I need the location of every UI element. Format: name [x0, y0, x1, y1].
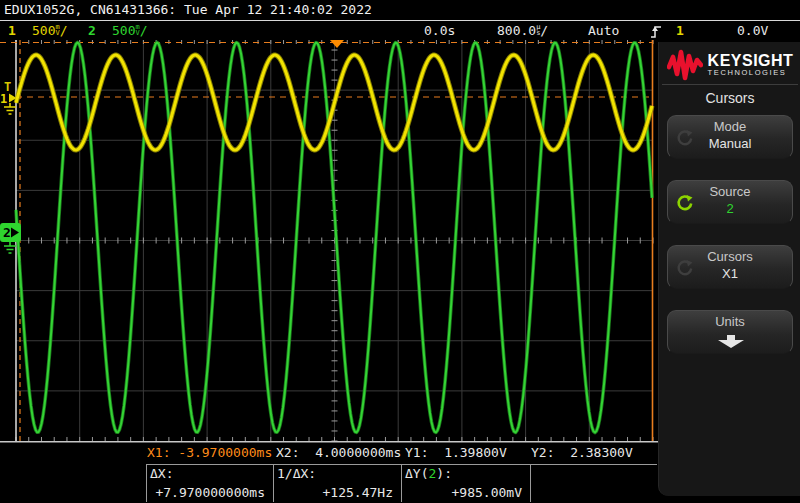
timebase-unit: µs [536, 24, 540, 36]
delta-x-label: ΔX: [150, 466, 173, 481]
softkey-source-button[interactable]: Source 2 [667, 180, 793, 224]
trigger-time-marker[interactable] [330, 40, 344, 48]
down-arrow-icon [716, 335, 746, 349]
cursor-x2-readout: X2: 4.0000000ms [276, 444, 401, 461]
softkey-mode-button[interactable]: Mode Manual [667, 115, 793, 159]
inverse-delta-x-label: 1/ΔX: [277, 466, 316, 481]
ch1-number[interactable]: 1 [8, 23, 16, 38]
brand-name: KEYSIGHT [708, 53, 794, 68]
menu-title: Cursors [659, 90, 800, 106]
delta-y-label: ΔY(2): [405, 466, 452, 481]
knob-icon [675, 259, 693, 277]
ch1-unit: mV [55, 24, 59, 36]
softkey-menu-panel: KEYSIGHT TECHNOLOGIES Cursors Mode Manua… [658, 42, 800, 496]
cursor-y1-readout: Y1: 1.39800V [405, 444, 507, 461]
trigger-level[interactable]: 0.0V [737, 23, 768, 38]
time-offset[interactable]: 0.0s [424, 23, 455, 38]
inverse-delta-x-cell: 1/ΔX: +125.47Hz [273, 465, 401, 502]
keysight-spark-icon [667, 49, 703, 81]
keysight-logo: KEYSIGHT TECHNOLOGIES [659, 49, 800, 81]
svg-text:2: 2 [3, 225, 11, 240]
brand-subtitle: TECHNOLOGIES [708, 68, 794, 77]
sidebar-divider [662, 84, 798, 85]
ch1-scale[interactable]: 500mV/ [32, 23, 68, 38]
title-separator [0, 20, 800, 21]
svg-text:1: 1 [0, 92, 7, 106]
cursor-delta-table: ΔX: +7.970000000ms 1/ΔX: +125.47Hz ΔY(2)… [146, 464, 657, 502]
acquisition-mode[interactable]: Auto [588, 23, 619, 38]
knob-icon [675, 129, 693, 147]
cursor-x1-readout: X1: -3.9700000ms [147, 444, 272, 461]
ch2-unit: mV [135, 24, 139, 36]
softkey-label: Units [668, 314, 792, 329]
inverse-delta-x-value: +125.47Hz [323, 485, 393, 500]
ch2-number[interactable]: 2 [88, 23, 96, 38]
softkey-units-button[interactable]: Units [667, 310, 793, 354]
waveform-display[interactable]: T 1 2 [0, 40, 658, 443]
instrument-title: EDUX1052G, CN61431366: Tue Apr 12 21:40:… [4, 2, 372, 17]
ch1-ground-marker[interactable]: 1 [0, 92, 17, 114]
rising-edge-icon [650, 24, 662, 40]
delta-x-cell: ΔX: +7.970000000ms [146, 465, 273, 502]
timebase[interactable]: 800.0µs/ [497, 23, 548, 38]
empty-cell [531, 465, 657, 502]
oscilloscope-screen: EDUX1052G, CN61431366: Tue Apr 12 21:40:… [0, 0, 800, 503]
delta-y-value: +985.00mV [452, 485, 522, 500]
softkey-cursors-button[interactable]: Cursors X1 [667, 245, 793, 289]
cursor-y2-readout: Y2: 2.38300V [531, 444, 633, 461]
knob-icon-active [675, 194, 693, 212]
delta-x-value: +7.970000000ms [155, 485, 265, 500]
delta-y-cell: ΔY(2): +985.00mV [401, 465, 531, 502]
trigger-channel[interactable]: 1 [676, 23, 684, 38]
ch2-scale[interactable]: 500mV/ [112, 23, 148, 38]
